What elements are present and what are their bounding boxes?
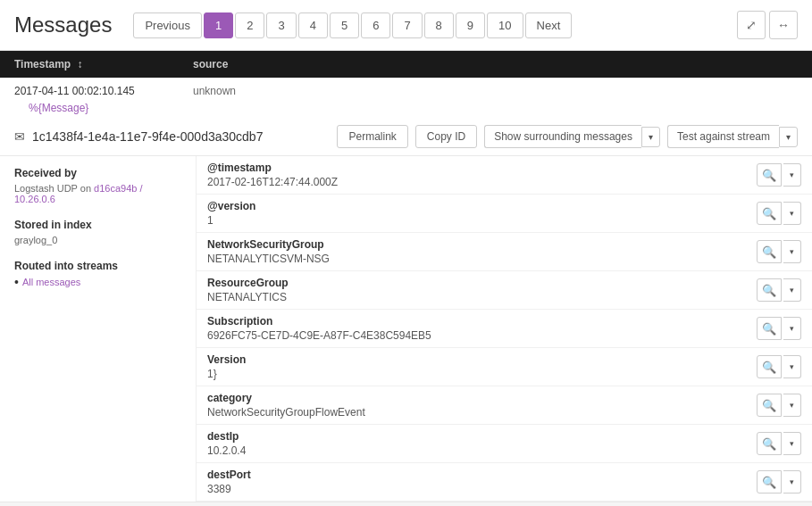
received-by-value: Logstash UDP on d16ca94b / 10.26.0.6: [14, 183, 181, 204]
field-value: 3389: [207, 483, 757, 495]
permalink-button[interactable]: Permalink: [337, 125, 407, 148]
field-actions: 🔍 ▾: [757, 202, 801, 225]
pagination-page-3[interactable]: 3: [266, 12, 296, 38]
pagination-page-7[interactable]: 7: [392, 12, 422, 38]
field-name: @timestamp: [207, 162, 757, 174]
test-against-stream-arrow[interactable]: ▾: [779, 127, 798, 147]
field-content: destPort 3389: [207, 469, 757, 495]
expand-icon[interactable]: ⤢: [737, 11, 766, 39]
field-content: @timestamp 2017-02-16T12:47:44.000Z: [207, 162, 757, 188]
pagination-page-6[interactable]: 6: [361, 12, 390, 38]
field-content: NetworkSecurityGroup NETANALYTICSVM-NSG: [207, 238, 757, 265]
pagination-previous[interactable]: Previous: [133, 12, 202, 38]
field-actions: 🔍 ▾: [757, 163, 801, 187]
pagination-page-10[interactable]: 10: [487, 12, 523, 38]
field-actions: 🔍 ▾: [757, 355, 801, 378]
received-by-section: Received by Logstash UDP on d16ca94b / 1…: [14, 167, 181, 204]
field-name: ResourceGroup: [207, 277, 757, 289]
stored-value: graylog_0: [14, 235, 181, 245]
pagination-next[interactable]: Next: [525, 12, 573, 38]
field-caret-button[interactable]: ▾: [783, 394, 801, 417]
field-caret-button[interactable]: ▾: [783, 355, 801, 378]
field-row: NetworkSecurityGroup NETANALYTICSVM-NSG …: [197, 233, 812, 271]
details-right-panel: @timestamp 2017-02-16T12:47:44.000Z 🔍 ▾ …: [197, 156, 812, 502]
stored-section: Stored in index graylog_0: [14, 219, 181, 245]
field-row: Subscription 6926FC75-CE7D-4C9E-A87F-C4E…: [197, 310, 812, 348]
page-title: Messages: [14, 12, 112, 37]
field-caret-button[interactable]: ▾: [783, 470, 801, 494]
field-caret-button[interactable]: ▾: [783, 278, 801, 302]
field-search-button[interactable]: 🔍: [757, 355, 782, 378]
all-messages-link[interactable]: All messages: [22, 277, 80, 287]
field-search-button[interactable]: 🔍: [757, 278, 782, 302]
field-content: Version 1}: [207, 353, 757, 380]
test-against-stream-dropdown: Test against stream ▾: [667, 125, 798, 148]
compress-icon[interactable]: ↔: [769, 11, 798, 39]
col-timestamp-header: Timestamp ↕: [14, 58, 193, 71]
field-caret-button[interactable]: ▾: [783, 240, 801, 263]
field-content: @version 1: [207, 200, 757, 227]
col-source-header: source: [193, 58, 798, 71]
bullet-icon: •: [14, 276, 19, 288]
test-against-stream-button[interactable]: Test against stream: [667, 125, 779, 148]
field-name: category: [207, 392, 757, 404]
message-id-row: ✉ 1c1438f4-1e4a-11e7-9f4e-000d3a30cdb7 P…: [0, 120, 812, 156]
field-actions: 🔍 ▾: [757, 432, 801, 455]
field-value: NETANALYTICS: [207, 291, 757, 303]
field-content: ResourceGroup NETANALYTICS: [207, 277, 757, 303]
page-header: Messages Previous 1 2 3 4 5 6 7 8 9 10 N…: [0, 0, 812, 51]
field-actions: 🔍 ▾: [757, 470, 801, 494]
field-row: ResourceGroup NETANALYTICS 🔍 ▾: [197, 271, 812, 310]
field-actions: 🔍 ▾: [757, 278, 801, 302]
field-search-button[interactable]: 🔍: [757, 317, 782, 340]
pagination-page-5[interactable]: 5: [330, 12, 359, 38]
field-content: destIp 10.2.0.4: [207, 430, 757, 457]
message-id: 1c1438f4-1e4a-11e7-9f4e-000d3a30cdb7: [32, 129, 330, 144]
field-name: @version: [207, 200, 757, 212]
field-value: 10.2.0.4: [207, 444, 757, 457]
field-name: Version: [207, 353, 757, 366]
field-name: NetworkSecurityGroup: [207, 238, 757, 251]
field-actions: 🔍 ▾: [757, 394, 801, 417]
field-caret-button[interactable]: ▾: [783, 317, 801, 340]
field-value: 6926FC75-CE7D-4C9E-A87F-C4E38C594EB5: [207, 329, 757, 342]
message-meta: 2017-04-11 00:02:10.145 unknown: [0, 78, 812, 101]
field-search-button[interactable]: 🔍: [757, 470, 782, 494]
sort-icon[interactable]: ↕: [77, 58, 82, 71]
field-value: 2017-02-16T12:47:44.000Z: [207, 176, 757, 188]
field-caret-button[interactable]: ▾: [783, 163, 801, 187]
pagination-page-8[interactable]: 8: [424, 12, 454, 38]
show-surrounding-arrow[interactable]: ▾: [641, 127, 660, 147]
message-link[interactable]: %{Message}: [14, 102, 103, 118]
field-value: 1: [207, 214, 757, 227]
field-row: Version 1} 🔍 ▾: [197, 348, 812, 386]
pagination-page-2[interactable]: 2: [235, 12, 264, 38]
message-row: 2017-04-11 00:02:10.145 unknown %{Messag…: [0, 78, 812, 502]
message-details: Received by Logstash UDP on d16ca94b / 1…: [0, 156, 812, 502]
show-surrounding-button[interactable]: Show surrounding messages: [484, 125, 641, 148]
pagination-page-4[interactable]: 4: [298, 12, 328, 38]
copy-id-button[interactable]: Copy ID: [415, 125, 477, 148]
field-row: destIp 10.2.0.4 🔍 ▾: [197, 425, 812, 463]
message-timestamp: 2017-04-11 00:02:10.145: [14, 85, 179, 97]
field-search-button[interactable]: 🔍: [757, 240, 782, 263]
pagination-page-1[interactable]: 1: [204, 12, 233, 38]
field-search-button[interactable]: 🔍: [757, 202, 782, 225]
details-left-panel: Received by Logstash UDP on d16ca94b / 1…: [0, 156, 197, 502]
field-caret-button[interactable]: ▾: [783, 432, 801, 455]
field-name: destPort: [207, 469, 757, 481]
field-row: @version 1 🔍 ▾: [197, 195, 812, 233]
field-search-button[interactable]: 🔍: [757, 432, 782, 455]
show-surrounding-dropdown: Show surrounding messages ▾: [484, 125, 660, 148]
pagination-page-9[interactable]: 9: [456, 12, 485, 38]
field-actions: 🔍 ▾: [757, 240, 801, 263]
received-by-label: Received by: [14, 167, 181, 179]
streams-label: Routed into streams: [14, 260, 181, 272]
field-caret-button[interactable]: ▾: [783, 202, 801, 225]
field-row: category NetworkSecurityGroupFlowEvent 🔍…: [197, 386, 812, 425]
field-search-button[interactable]: 🔍: [757, 163, 782, 187]
field-search-button[interactable]: 🔍: [757, 394, 782, 417]
header-actions: ⤢ ↔: [737, 11, 798, 39]
field-name: destIp: [207, 430, 757, 443]
field-row: @timestamp 2017-02-16T12:47:44.000Z 🔍 ▾: [197, 156, 812, 195]
